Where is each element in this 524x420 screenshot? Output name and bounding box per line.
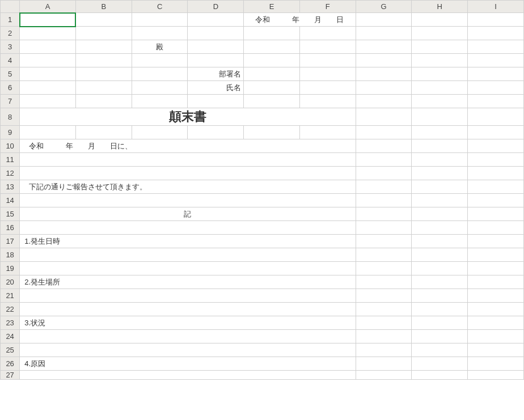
cell-G22[interactable] [356,303,412,316]
cell-H5[interactable] [412,67,468,81]
cell-H4[interactable] [412,54,468,67]
spreadsheet-grid[interactable]: A B C D E F G H I 1 令和 年 月 日 2 3 殿 [0,0,524,380]
cell-A20-merged[interactable]: 2.発生場所 [20,275,356,289]
cell-I8[interactable] [468,108,524,126]
cell-D7[interactable] [188,95,244,108]
cell-A6[interactable] [20,81,76,95]
cell-A18-merged[interactable] [20,248,356,262]
cell-I15[interactable] [468,207,524,221]
select-all-corner[interactable] [1,1,20,13]
cell-A12-merged[interactable] [20,167,356,180]
cell-A4[interactable] [20,54,76,67]
cell-H10[interactable] [412,139,468,153]
col-header-C[interactable]: C [132,1,188,13]
cell-G19[interactable] [356,262,412,275]
row-header-3[interactable]: 3 [1,40,20,54]
row-header-20[interactable]: 20 [1,275,20,289]
cell-A2[interactable] [20,27,76,40]
cell-G14[interactable] [356,194,412,207]
cell-G20[interactable] [356,275,412,289]
cell-G18[interactable] [356,248,412,262]
cell-H15[interactable] [412,207,468,221]
row-header-6[interactable]: 6 [1,81,20,95]
cell-C6[interactable] [132,81,188,95]
cell-A27-merged[interactable] [20,371,356,380]
cell-G25[interactable] [356,343,412,357]
cell-G5[interactable] [356,67,412,81]
cell-A5[interactable] [20,67,76,81]
cell-H25[interactable] [412,343,468,357]
cell-I3[interactable] [468,40,524,54]
cell-G17[interactable] [356,235,412,248]
cell-I23[interactable] [468,316,524,330]
cell-H16[interactable] [412,221,468,235]
cell-H12[interactable] [412,167,468,180]
cell-H11[interactable] [412,153,468,167]
cell-title-merged[interactable]: 顛末書 [20,108,356,126]
cell-F4[interactable] [299,54,356,67]
row-header-5[interactable]: 5 [1,67,20,81]
row-header-21[interactable]: 21 [1,289,20,303]
col-header-D[interactable]: D [188,1,244,13]
cell-A3[interactable] [20,40,76,54]
cell-G15[interactable] [356,207,412,221]
cell-G9[interactable] [356,126,412,139]
cell-A24-merged[interactable] [20,330,356,343]
cell-A23-merged[interactable]: 3.状況 [20,316,356,330]
cell-A7[interactable] [20,95,76,108]
col-header-G[interactable]: G [356,1,412,13]
cell-A19-merged[interactable] [20,262,356,275]
cell-H22[interactable] [412,303,468,316]
row-header-14[interactable]: 14 [1,194,20,207]
cell-F5[interactable] [299,67,356,81]
cell-D3[interactable] [188,40,244,54]
cell-H14[interactable] [412,194,468,207]
cell-G16[interactable] [356,221,412,235]
cell-G26[interactable] [356,357,412,371]
cell-H26[interactable] [412,357,468,371]
cell-H18[interactable] [412,248,468,262]
cell-H6[interactable] [412,81,468,95]
cell-H24[interactable] [412,330,468,343]
cell-D5[interactable]: 部署名 [188,67,244,81]
cell-I25[interactable] [468,343,524,357]
cell-C4[interactable] [132,54,188,67]
cell-D1[interactable] [188,13,244,27]
row-header-27[interactable]: 27 [1,371,20,380]
cell-D9[interactable] [188,126,244,139]
cell-H13[interactable] [412,180,468,194]
row-header-19[interactable]: 19 [1,262,20,275]
cell-A9[interactable] [20,126,76,139]
cell-G11[interactable] [356,153,412,167]
cell-G3[interactable] [356,40,412,54]
row-header-2[interactable]: 2 [1,27,20,40]
row-header-13[interactable]: 13 [1,180,20,194]
cell-I11[interactable] [468,153,524,167]
cell-E9[interactable] [244,126,300,139]
cell-I2[interactable] [468,27,524,40]
cell-B3[interactable] [75,40,132,54]
row-header-1[interactable]: 1 [1,13,20,27]
cell-G8[interactable] [356,108,412,126]
cell-A22-merged[interactable] [20,303,356,316]
cell-H2[interactable] [412,27,468,40]
col-header-A[interactable]: A [20,1,76,13]
cell-H7[interactable] [412,95,468,108]
cell-E6[interactable] [244,81,300,95]
cell-B5[interactable] [75,67,132,81]
cell-A16-merged[interactable] [20,221,356,235]
cell-H23[interactable] [412,316,468,330]
cell-A1[interactable] [20,13,76,27]
cell-G1[interactable] [356,13,412,27]
cell-G23[interactable] [356,316,412,330]
row-header-24[interactable]: 24 [1,330,20,343]
row-header-4[interactable]: 4 [1,54,20,67]
cell-B6[interactable] [75,81,132,95]
row-header-22[interactable]: 22 [1,303,20,316]
cell-G4[interactable] [356,54,412,67]
cell-H21[interactable] [412,289,468,303]
row-header-18[interactable]: 18 [1,248,20,262]
cell-F9[interactable] [299,126,356,139]
cell-B9[interactable] [75,126,132,139]
cell-I22[interactable] [468,303,524,316]
